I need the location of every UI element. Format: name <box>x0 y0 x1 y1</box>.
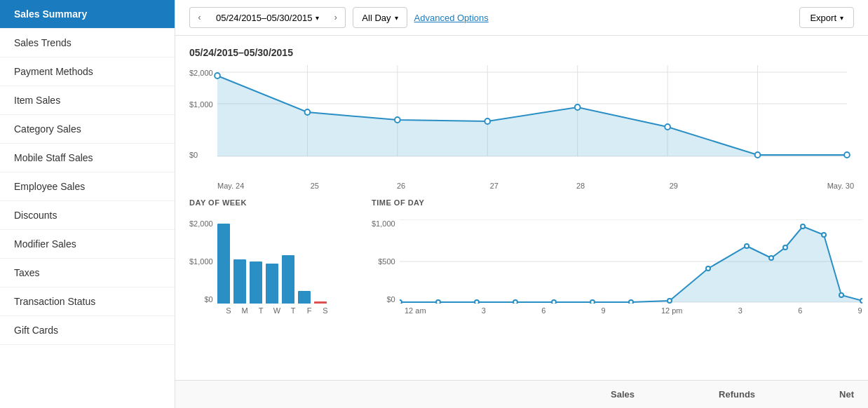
day-of-week-chart: DAY OF WEEK $2,000 $1,000 $0 <box>189 198 344 315</box>
export-button[interactable]: Export ▾ <box>799 7 854 28</box>
time-of-day-chart: TIME OF DAY $1,000 $500 $0 <box>372 198 862 315</box>
x-label-may24: May. 24 <box>217 182 244 190</box>
sidebar: Sales Summary Sales Trends Payment Metho… <box>0 0 175 408</box>
svg-point-24 <box>475 300 479 304</box>
sidebar-item-sales-trends[interactable]: Sales Trends <box>0 29 175 57</box>
dow-bar-wed <box>266 264 278 304</box>
advanced-options-link[interactable]: Advanced Options <box>414 13 489 23</box>
tod-x-6: 6 <box>541 306 545 315</box>
summary-footer: Sales Refunds Net <box>175 380 868 408</box>
svg-point-12 <box>395 117 400 123</box>
footer-sales: Sales <box>611 389 635 400</box>
svg-point-36 <box>839 293 843 297</box>
svg-point-34 <box>801 224 805 229</box>
svg-point-32 <box>769 256 773 260</box>
dow-title: DAY OF WEEK <box>189 198 344 207</box>
tod-y-500: $500 <box>378 257 395 266</box>
dow-y-1000: $1,000 <box>189 257 213 266</box>
date-navigation: ‹ 05/24/2015–05/30/2015 ▾ › <box>189 7 346 28</box>
sidebar-item-employee-sales[interactable]: Employee Sales <box>0 172 175 201</box>
tod-svg <box>400 219 862 304</box>
svg-point-14 <box>575 104 581 110</box>
dow-y-2000: $2,000 <box>189 219 213 228</box>
x-label-27: 27 <box>490 182 499 190</box>
dow-x-wed: W <box>271 306 283 315</box>
sidebar-item-modifier-sales[interactable]: Modifier Sales <box>0 230 175 259</box>
sidebar-item-transaction-status[interactable]: Transaction Status <box>0 287 175 316</box>
x-label-28: 28 <box>576 182 585 190</box>
dow-x-sun: S <box>222 306 235 315</box>
tod-x-3: 3 <box>482 306 486 315</box>
sidebar-item-taxes[interactable]: Taxes <box>0 259 175 287</box>
svg-point-17 <box>844 152 850 158</box>
x-label-29: 29 <box>670 182 678 190</box>
tod-y-1000: $1,000 <box>372 219 395 228</box>
svg-marker-9 <box>217 76 847 156</box>
tod-x-12pm: 12 pm <box>661 306 683 315</box>
sidebar-item-sales-summary[interactable]: Sales Summary <box>0 0 175 29</box>
prev-date-button[interactable]: ‹ <box>189 7 209 28</box>
svg-point-23 <box>436 300 440 304</box>
tod-x-6pm: 6 <box>798 306 802 315</box>
svg-point-11 <box>305 109 311 115</box>
date-range-button[interactable]: 05/24/2015–05/30/2015 ▾ <box>209 7 326 28</box>
svg-point-33 <box>783 245 787 250</box>
dow-x-mon: M <box>238 306 251 315</box>
sidebar-item-gift-cards[interactable]: Gift Cards <box>0 316 175 345</box>
dow-bar-mon <box>233 259 246 304</box>
dow-bar-thu <box>282 255 294 304</box>
content-area: 05/24/2015–05/30/2015 <box>175 36 868 380</box>
svg-point-31 <box>745 244 749 248</box>
svg-point-13 <box>484 118 490 124</box>
toolbar: ‹ 05/24/2015–05/30/2015 ▾ › All Day ▾ Ad… <box>175 0 868 36</box>
tod-x-12am: 12 am <box>405 306 426 315</box>
svg-point-25 <box>513 300 517 304</box>
svg-point-27 <box>590 300 595 304</box>
sidebar-item-category-sales[interactable]: Category Sales <box>0 115 175 144</box>
dow-bar-sat <box>314 301 327 304</box>
dow-bar-sun <box>217 224 230 304</box>
sidebar-item-mobile-staff-sales[interactable]: Mobile Staff Sales <box>0 144 175 172</box>
x-label-may30: May. 30 <box>827 182 854 190</box>
svg-point-29 <box>667 299 672 303</box>
tod-y-0: $0 <box>386 295 395 304</box>
svg-point-16 <box>755 152 761 158</box>
tod-x-9: 9 <box>602 306 606 315</box>
footer-refunds: Refunds <box>719 389 755 400</box>
y-label-1000: $1,000 <box>189 100 213 109</box>
chart-date-label: 05/24/2015–05/30/2015 <box>189 47 854 58</box>
svg-point-28 <box>629 300 633 304</box>
svg-point-30 <box>706 266 710 271</box>
svg-point-10 <box>215 73 220 79</box>
dow-bar-fri <box>298 291 311 304</box>
dow-bar-tue <box>250 261 262 304</box>
svg-point-15 <box>665 124 670 130</box>
svg-point-22 <box>400 300 402 304</box>
svg-point-26 <box>552 300 556 304</box>
sidebar-item-item-sales[interactable]: Item Sales <box>0 86 175 115</box>
main-content: ‹ 05/24/2015–05/30/2015 ▾ › All Day ▾ Ad… <box>175 0 868 408</box>
x-label-26: 26 <box>397 182 405 190</box>
allday-button[interactable]: All Day ▾ <box>353 7 407 28</box>
next-date-button[interactable]: › <box>326 7 346 28</box>
dow-y-0: $0 <box>204 295 212 304</box>
dow-x-tue: T <box>255 306 267 315</box>
tod-x-3pm: 3 <box>738 306 742 315</box>
main-line-chart: $2,000 $1,000 $0 May. 24 25 26 27 28 29 … <box>189 65 854 177</box>
dow-x-fri: F <box>303 306 316 315</box>
bottom-charts: DAY OF WEEK $2,000 $1,000 $0 <box>189 198 854 315</box>
dow-x-sat: S <box>319 306 332 315</box>
footer-net: Net <box>839 389 854 400</box>
x-label-25: 25 <box>311 182 319 190</box>
tod-x-9pm: 9 <box>858 306 862 315</box>
dow-x-thu: T <box>287 306 299 315</box>
sidebar-item-discounts[interactable]: Discounts <box>0 201 175 230</box>
svg-point-35 <box>822 233 826 237</box>
y-label-0: $0 <box>189 151 198 159</box>
sidebar-item-payment-methods[interactable]: Payment Methods <box>0 57 175 86</box>
tod-title: TIME OF DAY <box>372 198 862 207</box>
svg-point-37 <box>860 299 862 303</box>
y-label-2000: $2,000 <box>189 69 213 77</box>
